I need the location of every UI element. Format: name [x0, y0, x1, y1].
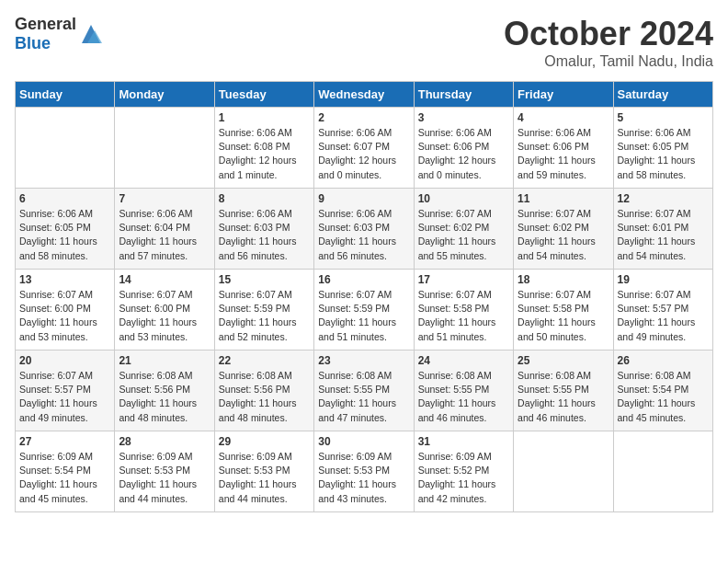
- day-number: 20: [19, 354, 110, 367]
- calendar-cell: 31Sunrise: 6:09 AM Sunset: 5:52 PM Dayli…: [414, 431, 513, 512]
- day-info: Sunrise: 6:08 AM Sunset: 5:56 PM Dayligh…: [219, 369, 310, 425]
- calendar-cell: 17Sunrise: 6:07 AM Sunset: 5:58 PM Dayli…: [414, 270, 513, 350]
- calendar-cell: 27Sunrise: 6:09 AM Sunset: 5:54 PM Dayli…: [16, 431, 115, 512]
- calendar-week-row: 6Sunrise: 6:06 AM Sunset: 6:05 PM Daylig…: [16, 189, 713, 270]
- calendar-cell: 1Sunrise: 6:06 AM Sunset: 6:08 PM Daylig…: [214, 108, 313, 189]
- day-number: 25: [518, 354, 609, 367]
- calendar-cell: 22Sunrise: 6:08 AM Sunset: 5:56 PM Dayli…: [214, 350, 313, 431]
- calendar-cell: 9Sunrise: 6:06 AM Sunset: 6:03 PM Daylig…: [314, 189, 414, 270]
- day-number: 2: [318, 111, 409, 124]
- calendar-cell: 4Sunrise: 6:06 AM Sunset: 6:06 PM Daylig…: [514, 108, 613, 189]
- calendar-cell: 18Sunrise: 6:07 AM Sunset: 5:58 PM Dayli…: [514, 270, 613, 350]
- day-info: Sunrise: 6:09 AM Sunset: 5:53 PM Dayligh…: [219, 450, 310, 506]
- calendar-cell: 2Sunrise: 6:06 AM Sunset: 6:07 PM Daylig…: [314, 108, 414, 189]
- day-info: Sunrise: 6:07 AM Sunset: 5:57 PM Dayligh…: [618, 288, 709, 344]
- calendar-cell: 6Sunrise: 6:06 AM Sunset: 6:05 PM Daylig…: [16, 189, 115, 270]
- weekday-header-tuesday: Tuesday: [214, 82, 313, 108]
- day-number: 28: [119, 435, 210, 448]
- calendar-cell: [115, 108, 214, 189]
- day-number: 16: [318, 273, 409, 286]
- day-info: Sunrise: 6:08 AM Sunset: 5:56 PM Dayligh…: [119, 369, 210, 425]
- day-number: 12: [618, 192, 709, 205]
- calendar-cell: 14Sunrise: 6:07 AM Sunset: 6:00 PM Dayli…: [115, 270, 214, 350]
- calendar-cell: 8Sunrise: 6:06 AM Sunset: 6:03 PM Daylig…: [214, 189, 313, 270]
- weekday-header-friday: Friday: [514, 82, 613, 108]
- day-info: Sunrise: 6:08 AM Sunset: 5:55 PM Dayligh…: [518, 369, 609, 425]
- calendar-cell: 19Sunrise: 6:07 AM Sunset: 5:57 PM Dayli…: [613, 270, 712, 350]
- calendar-cell: 16Sunrise: 6:07 AM Sunset: 5:59 PM Dayli…: [314, 270, 414, 350]
- day-number: 26: [618, 354, 709, 367]
- calendar-cell: 11Sunrise: 6:07 AM Sunset: 6:02 PM Dayli…: [514, 189, 613, 270]
- calendar-cell: 13Sunrise: 6:07 AM Sunset: 6:00 PM Dayli…: [16, 270, 115, 350]
- calendar-week-row: 20Sunrise: 6:07 AM Sunset: 5:57 PM Dayli…: [16, 350, 713, 431]
- calendar-cell: 20Sunrise: 6:07 AM Sunset: 5:57 PM Dayli…: [16, 350, 115, 431]
- day-number: 14: [119, 273, 210, 286]
- day-number: 6: [19, 192, 110, 205]
- weekday-header-saturday: Saturday: [613, 82, 712, 108]
- weekday-header-wednesday: Wednesday: [314, 82, 414, 108]
- calendar-cell: 21Sunrise: 6:08 AM Sunset: 5:56 PM Dayli…: [115, 350, 214, 431]
- calendar-cell: 26Sunrise: 6:08 AM Sunset: 5:54 PM Dayli…: [613, 350, 712, 431]
- header: General Blue October 2024 Omalur, Tamil …: [15, 15, 713, 70]
- weekday-header-monday: Monday: [115, 82, 214, 108]
- day-number: 15: [219, 273, 310, 286]
- logo-general: General: [15, 15, 76, 33]
- day-info: Sunrise: 6:08 AM Sunset: 5:55 PM Dayligh…: [318, 369, 409, 425]
- calendar-cell: 7Sunrise: 6:06 AM Sunset: 6:04 PM Daylig…: [115, 189, 214, 270]
- day-info: Sunrise: 6:07 AM Sunset: 5:58 PM Dayligh…: [418, 288, 509, 344]
- day-info: Sunrise: 6:09 AM Sunset: 5:53 PM Dayligh…: [318, 450, 409, 506]
- calendar-cell: 5Sunrise: 6:06 AM Sunset: 6:05 PM Daylig…: [613, 108, 712, 189]
- calendar-body: 1Sunrise: 6:06 AM Sunset: 6:08 PM Daylig…: [16, 108, 713, 512]
- weekday-header-sunday: Sunday: [16, 82, 115, 108]
- day-info: Sunrise: 6:07 AM Sunset: 5:59 PM Dayligh…: [318, 288, 409, 344]
- day-number: 10: [418, 192, 509, 205]
- day-info: Sunrise: 6:06 AM Sunset: 6:05 PM Dayligh…: [618, 126, 709, 182]
- calendar-cell: 12Sunrise: 6:07 AM Sunset: 6:01 PM Dayli…: [613, 189, 712, 270]
- calendar-cell: [613, 431, 712, 512]
- calendar-cell: 24Sunrise: 6:08 AM Sunset: 5:55 PM Dayli…: [414, 350, 513, 431]
- day-info: Sunrise: 6:07 AM Sunset: 6:01 PM Dayligh…: [618, 207, 709, 263]
- day-info: Sunrise: 6:08 AM Sunset: 5:54 PM Dayligh…: [618, 369, 709, 425]
- day-number: 19: [618, 273, 709, 286]
- calendar-cell: 10Sunrise: 6:07 AM Sunset: 6:02 PM Dayli…: [414, 189, 513, 270]
- day-info: Sunrise: 6:06 AM Sunset: 6:04 PM Dayligh…: [119, 207, 210, 263]
- day-info: Sunrise: 6:06 AM Sunset: 6:06 PM Dayligh…: [418, 126, 509, 182]
- day-info: Sunrise: 6:06 AM Sunset: 6:06 PM Dayligh…: [518, 126, 609, 182]
- calendar-table: SundayMondayTuesdayWednesdayThursdayFrid…: [15, 81, 713, 512]
- day-number: 11: [518, 192, 609, 205]
- day-info: Sunrise: 6:07 AM Sunset: 5:57 PM Dayligh…: [19, 369, 110, 425]
- weekday-header-row: SundayMondayTuesdayWednesdayThursdayFrid…: [16, 82, 713, 108]
- day-number: 5: [618, 111, 709, 124]
- logo-icon: [78, 21, 104, 47]
- day-number: 17: [418, 273, 509, 286]
- day-number: 18: [518, 273, 609, 286]
- day-number: 8: [219, 192, 310, 205]
- calendar-cell: 23Sunrise: 6:08 AM Sunset: 5:55 PM Dayli…: [314, 350, 414, 431]
- calendar-cell: 28Sunrise: 6:09 AM Sunset: 5:53 PM Dayli…: [115, 431, 214, 512]
- day-info: Sunrise: 6:06 AM Sunset: 6:03 PM Dayligh…: [219, 207, 310, 263]
- day-number: 13: [19, 273, 110, 286]
- location-subtitle: Omalur, Tamil Nadu, India: [504, 53, 713, 70]
- day-number: 31: [418, 435, 509, 448]
- calendar-cell: 30Sunrise: 6:09 AM Sunset: 5:53 PM Dayli…: [314, 431, 414, 512]
- month-title: October 2024: [504, 15, 713, 53]
- day-info: Sunrise: 6:08 AM Sunset: 5:55 PM Dayligh…: [418, 369, 509, 425]
- day-number: 24: [418, 354, 509, 367]
- day-info: Sunrise: 6:09 AM Sunset: 5:52 PM Dayligh…: [418, 450, 509, 506]
- day-info: Sunrise: 6:07 AM Sunset: 6:02 PM Dayligh…: [418, 207, 509, 263]
- calendar-cell: 3Sunrise: 6:06 AM Sunset: 6:06 PM Daylig…: [414, 108, 513, 189]
- day-number: 30: [318, 435, 409, 448]
- day-info: Sunrise: 6:06 AM Sunset: 6:08 PM Dayligh…: [219, 126, 310, 182]
- calendar-cell: [16, 108, 115, 189]
- day-info: Sunrise: 6:07 AM Sunset: 5:59 PM Dayligh…: [219, 288, 310, 344]
- calendar-cell: 15Sunrise: 6:07 AM Sunset: 5:59 PM Dayli…: [214, 270, 313, 350]
- day-info: Sunrise: 6:07 AM Sunset: 6:00 PM Dayligh…: [119, 288, 210, 344]
- day-info: Sunrise: 6:09 AM Sunset: 5:53 PM Dayligh…: [119, 450, 210, 506]
- day-number: 3: [418, 111, 509, 124]
- logo: General Blue: [15, 15, 104, 53]
- day-info: Sunrise: 6:06 AM Sunset: 6:07 PM Dayligh…: [318, 126, 409, 182]
- day-info: Sunrise: 6:06 AM Sunset: 6:05 PM Dayligh…: [19, 207, 110, 263]
- logo-blue: Blue: [15, 34, 51, 52]
- day-info: Sunrise: 6:09 AM Sunset: 5:54 PM Dayligh…: [19, 450, 110, 506]
- calendar-week-row: 13Sunrise: 6:07 AM Sunset: 6:00 PM Dayli…: [16, 270, 713, 350]
